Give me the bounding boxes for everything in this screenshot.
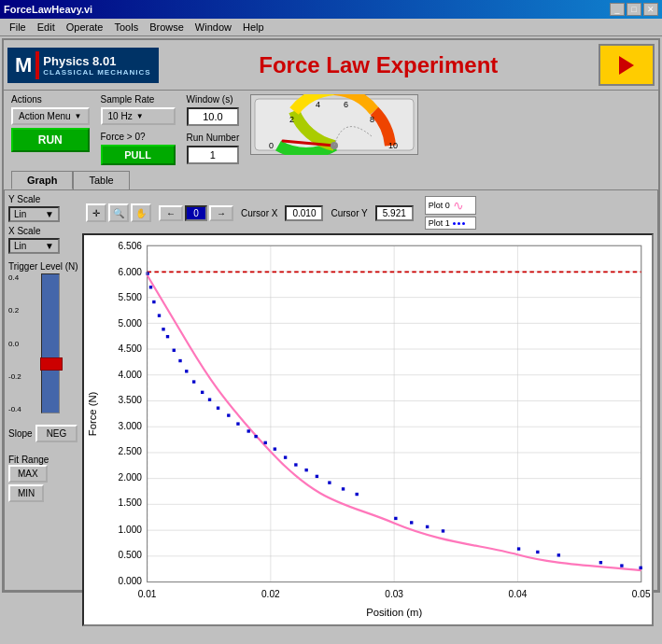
- svg-rect-85: [557, 553, 560, 556]
- legend-plot0-label: Plot 0: [429, 201, 450, 210]
- svg-text:6: 6: [344, 100, 348, 109]
- svg-text:4.000: 4.000: [119, 370, 143, 380]
- svg-rect-79: [394, 517, 397, 520]
- x-scale-dropdown[interactable]: Lin ▼: [8, 238, 60, 254]
- svg-rect-69: [254, 435, 257, 438]
- svg-rect-73: [294, 463, 297, 466]
- menu-browse[interactable]: Browse: [144, 21, 190, 34]
- svg-rect-62: [192, 380, 195, 383]
- title-bar: ForceLawHeavy.vi _ □ ✕: [0, 0, 662, 19]
- menu-tools[interactable]: Tools: [108, 21, 144, 34]
- run-number-value[interactable]: 1: [187, 146, 240, 164]
- left-controls: Y Scale Lin ▼ X Scale Lin ▼ Trigger Leve…: [8, 194, 78, 586]
- svg-text:0.05: 0.05: [632, 589, 651, 599]
- menu-operate[interactable]: Operate: [61, 21, 109, 34]
- svg-text:5.500: 5.500: [119, 292, 143, 302]
- video-thumbnail[interactable]: [599, 44, 655, 86]
- svg-rect-71: [274, 447, 276, 450]
- actions-label: Actions: [11, 94, 90, 105]
- menu-window[interactable]: Window: [190, 21, 237, 34]
- nav-buttons: ← 0 →: [159, 205, 233, 221]
- svg-rect-78: [355, 493, 358, 496]
- header: M Physics 8.01 CLASSICAL MECHANICS Force…: [4, 40, 658, 91]
- cursor-x-value: 0.010: [285, 205, 323, 221]
- svg-text:8: 8: [370, 115, 374, 124]
- svg-rect-80: [410, 521, 413, 524]
- play-icon: [619, 56, 634, 75]
- window-title: ForceLawHeavy.vi: [4, 4, 92, 15]
- nav-prev-button[interactable]: ←: [159, 205, 183, 221]
- svg-rect-68: [247, 429, 250, 432]
- svg-rect-60: [178, 359, 181, 362]
- svg-rect-81: [426, 525, 429, 528]
- max-button[interactable]: MAX: [8, 465, 48, 483]
- svg-text:3.000: 3.000: [119, 421, 143, 431]
- min-button[interactable]: MIN: [8, 484, 44, 502]
- chevron-down-icon: ▼: [75, 112, 82, 120]
- svg-rect-53: [146, 272, 148, 274]
- plot0-icon: ∿: [453, 198, 464, 213]
- trigger-slider[interactable]: [41, 273, 60, 413]
- svg-text:6.000: 6.000: [119, 267, 143, 277]
- svg-rect-54: [149, 286, 152, 288]
- svg-text:0.000: 0.000: [119, 576, 143, 586]
- force-label: Force > 0?: [101, 132, 176, 142]
- svg-rect-67: [236, 422, 239, 425]
- tabs-row: Graph Table: [4, 169, 658, 189]
- svg-rect-61: [185, 370, 188, 372]
- svg-rect-57: [162, 328, 164, 330]
- svg-text:0.500: 0.500: [119, 550, 143, 560]
- svg-text:5.000: 5.000: [119, 318, 143, 329]
- svg-rect-63: [201, 391, 204, 394]
- slider-thumb[interactable]: [40, 357, 63, 371]
- crosshair-tool[interactable]: ✛: [86, 203, 106, 222]
- svg-rect-84: [536, 551, 539, 553]
- svg-text:0: 0: [269, 141, 274, 150]
- gauge-area: 0 2 4 6 8 10: [250, 94, 651, 157]
- svg-rect-65: [217, 407, 219, 410]
- y-scale-dropdown[interactable]: Lin ▼: [8, 206, 60, 222]
- pull-button[interactable]: PULL: [101, 145, 176, 165]
- chart-wrapper: 6.506 6.000 5.500 5.000 4.500 4.000 3.50…: [82, 233, 654, 626]
- window-group: Window (s) 10.0 Run Number 1: [187, 94, 240, 164]
- legend-plot1-label: Plot 1: [429, 218, 450, 228]
- tab-graph[interactable]: Graph: [11, 171, 73, 189]
- pan-tool[interactable]: ✋: [131, 203, 151, 222]
- sample-rate-dropdown[interactable]: 10 Hz ▼: [101, 107, 176, 125]
- slope-group: Slope NEG: [8, 425, 78, 442]
- x-scale-label: X Scale: [8, 226, 78, 236]
- svg-text:4: 4: [316, 100, 320, 109]
- svg-text:1.000: 1.000: [119, 525, 143, 535]
- tool-buttons: ✛ 🔍 ✋: [86, 203, 151, 222]
- close-button[interactable]: ✕: [643, 3, 658, 16]
- window-value[interactable]: 10.0: [187, 107, 240, 126]
- maximize-button[interactable]: □: [627, 3, 641, 16]
- legend-plot1: Plot 1: [425, 217, 476, 230]
- svg-text:Position (m): Position (m): [366, 607, 422, 618]
- neg-button[interactable]: NEG: [35, 425, 78, 442]
- run-button[interactable]: RUN: [11, 128, 90, 152]
- fit-range-group: Fit Range MAX MIN: [8, 454, 78, 504]
- controls-row: Actions Action Menu ▼ RUN Sample Rate 10…: [4, 91, 658, 169]
- menu-help[interactable]: Help: [237, 21, 270, 34]
- svg-rect-72: [284, 455, 287, 458]
- svg-rect-59: [173, 349, 176, 352]
- menu-file[interactable]: File: [4, 21, 32, 34]
- run-number-label: Run Number: [187, 133, 240, 143]
- svg-rect-88: [639, 567, 641, 569]
- action-menu-dropdown[interactable]: Action Menu ▼: [11, 107, 90, 125]
- svg-rect-58: [166, 335, 169, 338]
- y-scale-label: Y Scale: [8, 194, 78, 204]
- logo-physics: Physics 8.01: [43, 54, 150, 68]
- minimize-button[interactable]: _: [610, 3, 625, 16]
- menu-edit[interactable]: Edit: [32, 21, 61, 34]
- svg-text:1.500: 1.500: [119, 497, 143, 508]
- nav-next-button[interactable]: →: [209, 205, 233, 221]
- tab-table[interactable]: Table: [73, 171, 129, 189]
- window-label: Window (s): [187, 94, 240, 105]
- zoom-tool[interactable]: 🔍: [108, 203, 129, 222]
- gauge: 0 2 4 6 8 10: [250, 94, 418, 155]
- svg-rect-83: [517, 547, 520, 550]
- experiment-title: Force Law Experiment: [168, 52, 589, 78]
- svg-rect-74: [304, 469, 307, 471]
